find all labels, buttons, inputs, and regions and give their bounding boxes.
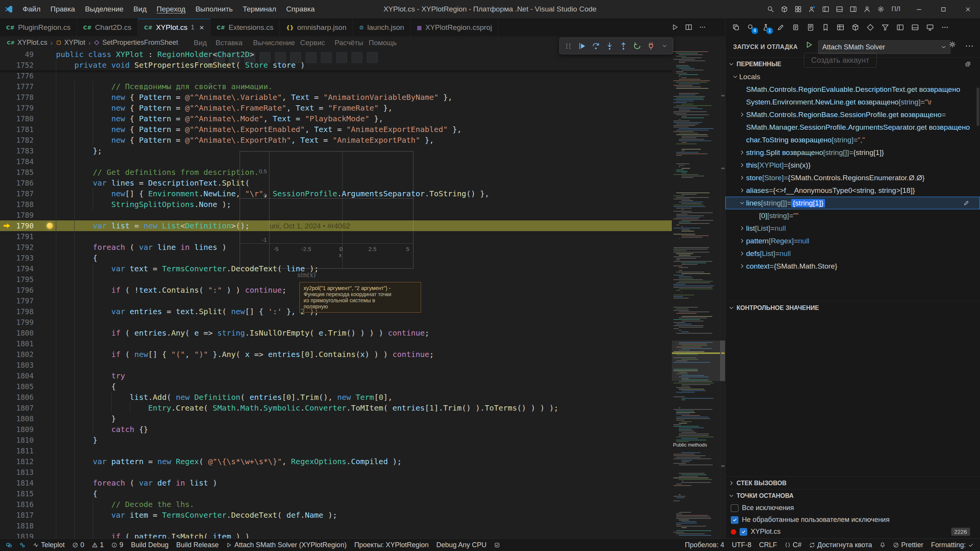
account-badge-icon[interactable] bbox=[806, 3, 818, 15]
status-solution-check[interactable] bbox=[490, 539, 504, 551]
status-debug-session[interactable]: Attach SMath Solver (XYPlotRegion) bbox=[222, 539, 350, 551]
code-line-1803[interactable]: 1803 bbox=[0, 360, 672, 370]
line-number[interactable]: 1783 bbox=[0, 145, 34, 156]
status-task-build-debug[interactable]: Build Debug bbox=[127, 539, 172, 551]
code-line-1800[interactable]: 1800 if ( entries.Any( e => string.IsNul… bbox=[0, 328, 672, 338]
line-number[interactable]: 1813 bbox=[0, 467, 34, 478]
menu-Справка[interactable]: Справка bbox=[281, 0, 320, 18]
breakpoint-row-2[interactable]: XYPlot.cs2226 bbox=[725, 526, 980, 538]
status-language-mode[interactable]: C# bbox=[781, 539, 805, 551]
code-area[interactable]: 49 public class XYPlot : RegionHolder<Ch… bbox=[0, 49, 672, 539]
status-formatting-status[interactable]: Formatting: bbox=[927, 539, 978, 551]
status-eol[interactable]: CRLF bbox=[755, 539, 781, 551]
code-line-1791[interactable]: 1791 bbox=[0, 231, 672, 242]
variable-row-13[interactable]: defs [List] = null bbox=[725, 247, 980, 260]
line-number[interactable]: 1804 bbox=[0, 370, 34, 381]
tab-XYPlotRegion.csproj[interactable]: ▦XYPlotRegion.csproj bbox=[411, 18, 499, 36]
line-number[interactable]: 1787 bbox=[0, 188, 34, 199]
toggle-panel-icon[interactable] bbox=[833, 3, 846, 15]
tab-launch.json[interactable]: ⚙launch.json bbox=[353, 18, 411, 36]
line-number[interactable]: 1786 bbox=[0, 178, 34, 188]
line-number[interactable]: 1792 bbox=[0, 242, 34, 253]
sidebar-more-button[interactable]: ⋯ bbox=[965, 41, 973, 51]
tab-XYPlot.cs[interactable]: C#XYPlot.cs1× bbox=[138, 18, 211, 36]
tab-PluginRegion.cs[interactable]: C#PluginRegion.cs bbox=[0, 18, 77, 36]
code-line-1816[interactable]: 1816 // Decode the lhs. bbox=[0, 499, 672, 510]
breadcrumb-item-XYPlot[interactable]: XYPlot bbox=[56, 39, 85, 47]
disconnect-button[interactable] bbox=[645, 40, 657, 52]
code-line-1807[interactable]: 1807 Entry.Create( SMath.Math.Symbolic.C… bbox=[0, 403, 672, 413]
split-editor-button[interactable] bbox=[682, 21, 695, 34]
status-notifications-icon[interactable] bbox=[876, 539, 889, 551]
status-build-configuration[interactable]: Debug Any CPU bbox=[433, 539, 490, 551]
scrollbar-thumb[interactable] bbox=[720, 341, 725, 381]
line-number[interactable]: 1803 bbox=[0, 360, 34, 370]
line-number[interactable]: 1816 bbox=[0, 499, 34, 510]
line-number[interactable]: 1802 bbox=[0, 349, 34, 360]
line-number[interactable]: 1808 bbox=[0, 413, 34, 424]
close-button[interactable] bbox=[956, 0, 980, 18]
code-line-1819[interactable]: 1819 if ( pattern.IsMatch( item ) ) bbox=[0, 531, 672, 539]
status-info-count[interactable]: 9 bbox=[108, 539, 127, 551]
line-number[interactable]: 1807 bbox=[0, 403, 34, 413]
activity-extensions[interactable] bbox=[849, 21, 862, 34]
breakpoint-checkbox[interactable] bbox=[731, 516, 738, 524]
editor[interactable]: 49 public class XYPlot : RegionHolder<Ch… bbox=[0, 49, 725, 539]
menu-Терминал[interactable]: Терминал bbox=[238, 0, 281, 18]
breadcrumb-item-SetPropertiesFromSheet[interactable]: SetPropertiesFromSheet bbox=[94, 39, 178, 47]
line-number[interactable]: 1791 bbox=[0, 231, 34, 242]
debug-options-dropdown[interactable] bbox=[658, 40, 671, 52]
breakpoint-checkbox[interactable] bbox=[740, 528, 747, 536]
breakpoint-row-1[interactable]: Не обработанные пользователем исключения bbox=[725, 514, 980, 526]
breadcrumb-item-XYPlot.cs[interactable]: C#XYPlot.cs bbox=[7, 39, 47, 47]
variable-row-12[interactable]: pattern [Regex] = null bbox=[725, 235, 980, 247]
line-number[interactable]: 1789 bbox=[0, 210, 34, 220]
line-number[interactable]: 1779 bbox=[0, 103, 34, 113]
variable-row-2[interactable]: SMath.Controls.RegionBase.SessionProfile… bbox=[725, 108, 980, 121]
status-ports-icon[interactable] bbox=[16, 539, 29, 551]
section-callstack[interactable]: СТЕК ВЫЗОВОВ bbox=[725, 476, 980, 489]
line-number[interactable]: 1778 bbox=[0, 92, 34, 103]
step-out-button[interactable] bbox=[617, 40, 629, 52]
code-line-1777[interactable]: 1777 // Псевдонимы для свойств анимации. bbox=[0, 81, 672, 92]
start-debug-button[interactable] bbox=[805, 41, 813, 49]
line-number[interactable]: 1797 bbox=[0, 295, 34, 306]
variable-row-6[interactable]: this [XYPlot] = {sin(x)} bbox=[725, 159, 980, 171]
code-line-1806[interactable]: 1806 list.Add( new Definition( entries[0… bbox=[0, 392, 672, 403]
code-line-1782[interactable]: 1782 new { Pattern = @"^Animate\.ExportP… bbox=[0, 135, 672, 145]
variable-row-7[interactable]: store [Store] = {SMath.Controls.RegionsE… bbox=[725, 171, 980, 184]
line-number[interactable]: 1812 bbox=[0, 456, 34, 467]
variable-row-14[interactable]: context = {SMath.Math.Store} bbox=[725, 260, 980, 272]
line-number[interactable]: 1782 bbox=[0, 135, 34, 145]
activity-search[interactable]: 4 bbox=[744, 21, 757, 34]
minimize-button[interactable] bbox=[906, 0, 931, 18]
line-number[interactable]: 1800 bbox=[0, 328, 34, 338]
activity-remote-screen[interactable] bbox=[923, 21, 936, 34]
breakpoints-header[interactable]: ТОЧКИ ОСТАНОВА bbox=[725, 489, 980, 502]
editor-actions-more-button[interactable] bbox=[696, 21, 709, 34]
code-line-1781[interactable]: 1781 new { Pattern = @"^Animate\.ExportE… bbox=[0, 124, 672, 135]
activity-layout-left[interactable] bbox=[893, 21, 906, 34]
code-line-1805[interactable]: 1805 { bbox=[0, 381, 672, 392]
line-number[interactable]: 1810 bbox=[0, 435, 34, 445]
code-line-1797[interactable]: 1797 bbox=[0, 295, 672, 306]
close-icon[interactable]: × bbox=[199, 23, 204, 32]
code-line-1790[interactable]: 1790 var list = new List<Definition>();u… bbox=[0, 220, 672, 231]
variable-row-9[interactable]: lines [string[]] = {string[1]} bbox=[725, 197, 980, 209]
menu-Переход[interactable]: Переход bbox=[152, 0, 190, 18]
toggle-sidebar-icon[interactable] bbox=[820, 3, 832, 15]
code-line-1813[interactable]: 1813 bbox=[0, 467, 672, 478]
activity-table[interactable] bbox=[834, 21, 847, 34]
code-line-1798[interactable]: 1798 var entries = text.Split( new[] { '… bbox=[0, 306, 672, 317]
step-into-button[interactable] bbox=[603, 40, 616, 52]
activity-explorer[interactable] bbox=[729, 21, 742, 34]
line-number[interactable]: 1785 bbox=[0, 167, 34, 178]
variable-row-4[interactable]: char.ToString возвращено [string] = "," bbox=[725, 134, 980, 146]
code-line-1810[interactable]: 1810 } bbox=[0, 435, 672, 445]
breakpoint-checkbox[interactable] bbox=[731, 504, 738, 512]
code-line-1789[interactable]: 1789 bbox=[0, 210, 672, 220]
line-number[interactable]: 1777 bbox=[0, 81, 34, 92]
code-line-1818[interactable]: 1818 bbox=[0, 520, 672, 531]
line-number[interactable]: 1811 bbox=[0, 445, 34, 456]
line-number[interactable]: 1776 bbox=[0, 70, 34, 81]
